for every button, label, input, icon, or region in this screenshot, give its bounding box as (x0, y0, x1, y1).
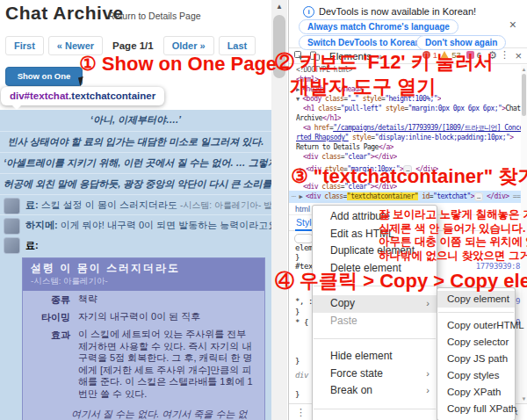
skill-effect-label: 효과 (30, 329, 70, 400)
annotation-note-line: 하나밖에 없으니 찾았으면 그거 맞습니다. (379, 250, 527, 264)
show-on-one-page-button[interactable]: Show on One Page (5, 67, 83, 86)
copy-submenu: Copy elementCopy outerHTMLCopy selectorC… (437, 287, 516, 420)
skill-card-header: 설령 이 몸이 스러지더라도 -시스템: 아를레기아- (23, 258, 264, 291)
inspect-tooltip: div#textchat.textchatcontainer (1, 87, 164, 105)
devtools-scroll-up-icon[interactable]: ▲ (521, 67, 527, 72)
mouse-cursor (78, 76, 90, 86)
chat-log: ‘아니, 이제부터야….’빈사 상태여야 할 료의 입가는 대담한 미소로 일그… (0, 110, 271, 420)
chat-skill-row: 료: 설령 이 몸이 스러지더라도 -시스템: 아를레기아- 종류 책략 타이밍… (0, 235, 271, 420)
dom-tree-line[interactable]: Return to Details Page</a> (296, 142, 393, 152)
skill-timing-value: 자기의 내구력이 0이 된 직후 (78, 311, 200, 324)
skill-system: -시스템: 아를레기아- (31, 276, 256, 287)
skill-timing-row: 타이밍 자기의 내구력이 0이 된 직후 (23, 308, 264, 326)
dom-tree-line[interactable]: <h1 class="pull-left" style="margin:0px … (303, 104, 521, 113)
annotation-note-line: 아무튼 대충 이쯤 되는 위치에 있습니다. (379, 235, 527, 250)
submenu-arrow-icon: › (426, 295, 430, 313)
menu-item-break-on[interactable]: Break on› (313, 382, 437, 400)
menu-divider (314, 338, 436, 339)
dom-tree-line[interactable]: Archive</h1> (296, 113, 341, 123)
dom-tree-line[interactable]: <div class="clear"></div> (303, 152, 397, 162)
skill-timing-label: 타이밍 (30, 311, 70, 324)
menu-item-force-state[interactable]: Force state› (313, 366, 437, 383)
menu-divider (314, 409, 436, 409)
first-page-button[interactable]: First (5, 36, 44, 55)
skill-kind-label: 종류 (30, 293, 70, 307)
speaker-name: 료: (25, 240, 39, 250)
menu-item-copy-selector[interactable]: Copy selector (437, 334, 515, 351)
annotation-2-line2: 개발자 도구 열기 (290, 75, 494, 99)
page-indicator: Page 1/1 (107, 40, 159, 51)
tooltip-element-id: div#textchat (10, 91, 69, 101)
annotation-note-line: 잘 보이라고 노랗게 칠해놓은 거고 (379, 208, 527, 222)
styles-pane-line: } (295, 308, 300, 317)
menu-item-copy-outerhtml[interactable]: Copy outerHTML (437, 317, 515, 334)
screenshot-root: { "page": {"title": "Chat Archive", "sub… (0, 0, 527, 420)
skill-kind-value: 책략 (78, 293, 97, 307)
dom-tree-line[interactable]: rted Rhapsody" style="display:inline-blo… (296, 133, 514, 142)
annotation-4: ④ 우클릭 > Copy > Copy element (275, 268, 527, 294)
dom-tree-selected-node[interactable]: ⋯ ▶ <div class="textchatcontainer" id="t… (289, 191, 521, 203)
menu-item-paste: Paste (313, 313, 437, 330)
scrollbar-up-arrow[interactable]: ▲ (271, 0, 287, 14)
chat-narration-row: 빈사 상태여야 할 료의 입가는 대담한 미소로 일그러져 있다. (0, 131, 271, 152)
devtools-scroll-thumb[interactable] (522, 74, 526, 116)
menu-item-copy-xpath[interactable]: Copy XPath (437, 384, 515, 401)
avatar (4, 237, 20, 254)
chat-narration-row: ‘아니, 이제부터야….’ (0, 110, 271, 131)
submenu-arrow-icon: › (426, 366, 430, 383)
menu-item-copy[interactable]: Copy› (313, 295, 437, 313)
chat-narration-row: ‘아셀트레이를 지키기 위해, 이런 곳에서 질 수는 없어. … 그렇지, 유… (0, 152, 271, 173)
styles-pane-line: } (295, 357, 300, 366)
skill-title: 설령 이 몸이 스러지더라도 (31, 261, 256, 276)
menu-divider (438, 312, 514, 313)
avatar (4, 198, 20, 214)
chat-narration-row: 허공에 외친 말에 응답하듯, 광장 중앙의 악단이 다시 큰 소리를 울립니다… (0, 173, 271, 194)
return-to-details-link[interactable]: Return to Details Page (108, 11, 201, 21)
annotation-note-line: 실제론 색 안 들어가 있습니다. (379, 222, 527, 236)
annotation-note: 잘 보이라고 노랗게 칠해놓은 거고실제론 색 안 들어가 있습니다.아무튼 대… (379, 208, 527, 263)
page-title: Chat Archive (5, 3, 124, 24)
styles-filter-input[interactable] (294, 234, 314, 243)
menu-item-copy-styles[interactable]: Copy styles (437, 367, 515, 384)
annotation-2: ② 키보드 'F12' 키 눌러서 개발자 도구 열기 (275, 50, 494, 99)
dom-tree-line[interactable]: <a href="/campaigns/details/17793939/[18… (303, 123, 523, 133)
annotation-2-line1: ② 키보드 'F12' 키 눌러서 (275, 50, 494, 75)
skill-kind-row: 종류 책략 (23, 291, 264, 308)
styles-pane-line: * { (295, 318, 308, 328)
avatar (4, 218, 20, 235)
chat-message-row: 하지메: 이게 뭐야! 내구력 0이 되면 발동하는 능력이라고요!? (0, 214, 271, 235)
menu-item-copy-full-xpath[interactable]: Copy full XPath (437, 401, 515, 417)
skill-flavor-text: 여기서 질 수는 없다. 여기서 죽을 수는 없다. 탐욕스럽게 승리를 찾아 … (23, 402, 264, 420)
styles-pane-line: } (295, 390, 300, 400)
annotation-1: ① Show on One Page (79, 53, 277, 76)
annotation-3: ③ "textchatcontainer" 찾기 (291, 163, 527, 190)
skill-card: 설령 이 몸이 스러지더라도 -시스템: 아를레기아- 종류 책략 타이밍 자기… (22, 257, 265, 420)
tooltip-element-class: .textchatcontainer (69, 91, 155, 101)
chat-message-row: 료: 스킬 설정 이 몸이 스러지더라도 -시스템: 아를레기아- 발동…. (0, 194, 271, 214)
menu-item-hide-element[interactable]: Hide element (313, 348, 437, 366)
skill-effect-row: 효과 이 스킬에 세트되어 있는 주사위를 전부 제거하면 사용할 수 있다. … (23, 326, 264, 402)
skill-effect-value: 이 스킬에 세트되어 있는 주사위를 전부 제거하면 사용할 수 있다. 즉시 … (78, 329, 257, 400)
devtools-scroll-down-icon[interactable]: ▼ (521, 396, 527, 402)
drawer-menu-icon[interactable]: ⋮ (296, 407, 306, 418)
submenu-arrow-icon: › (426, 382, 430, 400)
chat-rows: ‘아니, 이제부터야….’빈사 상태여야 할 료의 입가는 대담한 미소로 일그… (0, 110, 271, 235)
menu-item-copy-js-path[interactable]: Copy JS path (437, 351, 515, 367)
